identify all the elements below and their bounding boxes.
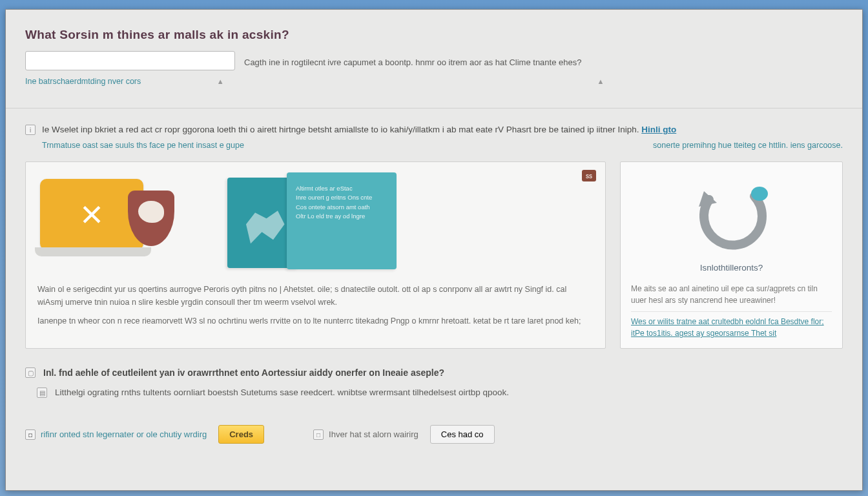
search-input[interactable] [25, 51, 235, 70]
book-line: Oltr Lo eld tre ay od lngre [296, 212, 388, 221]
books-illustration: Altirmt otles ar eStac Inre ourert g eri… [227, 172, 397, 269]
search-row: Cagth ine in rogtilecnt ivre capumet a b… [25, 51, 843, 70]
up-icon[interactable]: ▲ [596, 77, 605, 86]
doc-icon: ▢ [25, 367, 36, 378]
book-line: Altirmt otles ar eStac [296, 184, 388, 193]
panel-para-1: Wain ol e serigecdint yur us qoertins au… [37, 284, 594, 309]
option-left[interactable]: ◘ rifinr onted stn legernater or ole chu… [25, 429, 207, 440]
comment-icon: ▤ [37, 388, 47, 398]
side-panel-heading: Isnlothtilleronts? [631, 263, 832, 273]
sub-link[interactable]: Ine batrschaerdmtding nver cors [25, 77, 141, 86]
page-title: What Sorsin m thines ar malls ak in acsk… [25, 28, 843, 42]
notice-secondary-right: sonerte premihng hue tteiteg ce httlin. … [653, 141, 843, 150]
cycle-illustration [631, 174, 832, 258]
action-row: ◘ rifinr onted stn legernater or ole chu… [25, 425, 843, 444]
svg-marker-0 [699, 191, 717, 207]
option-middle-label: Ihver hat st alorn wairirg [329, 429, 418, 439]
option-left-label: rifinr onted stn legernater or ole chuti… [41, 429, 207, 439]
side-panel: Isnlothtilleronts? Me aits se ao anl ain… [620, 161, 843, 349]
illustration-row: × Altirmt otles ar eStac Inre ourert g e… [37, 172, 594, 269]
lower-block: ▢ Inl. fnd aehle of ceutleilent yan iv o… [25, 367, 843, 444]
feature-panel: ss × Altirmt otles ar eStac Inre ourert … [25, 161, 606, 349]
notice-body: Ie Wselet inp bkriet a red act cr ropr g… [42, 125, 639, 134]
sub-row: Ine batrschaerdmtding nver cors ▲ ▲ [25, 77, 843, 86]
side-text-1: Me aits se ao anl ainetino uil epe ca su… [631, 284, 818, 305]
option-middle[interactable]: □ Ihver hat st alorn wairirg [313, 429, 418, 440]
lower-question-row: ▢ Inl. fnd aehle of ceutleilent yan iv o… [25, 367, 843, 378]
book-line: Cos ontete atsorn amt oath [296, 203, 388, 212]
primary-button[interactable]: Creds [218, 425, 264, 444]
radio-icon: ◘ [25, 429, 36, 440]
checkbox-icon: □ [313, 429, 324, 440]
book-line: Inre ourert g eritns Ons cnte [296, 193, 388, 202]
side-panel-link[interactable]: Wes or wilits tratne aat crultedbh eoldn… [631, 311, 832, 339]
notice-text: Ie Wselet inp bkriet a red act cr ropr g… [42, 124, 843, 136]
up-icon[interactable]: ▲ [216, 77, 225, 86]
notice-row: i Ie Wselet inp bkriet a red act cr ropr… [25, 124, 843, 136]
panel-badge[interactable]: ss [582, 170, 596, 181]
svg-point-1 [751, 187, 768, 201]
panel-description: Wain ol e serigecdint yur us qoertins au… [37, 284, 594, 327]
divider [6, 108, 862, 108]
lower-question: Inl. fnd aehle of ceutleilent yan iv ora… [43, 367, 444, 378]
side-panel-text: Me aits se ao anl ainetino uil epe ca su… [631, 283, 832, 339]
app-window: What Sorsin m thines ar malls ak in acsk… [5, 9, 863, 491]
lower-response: Litthelgi ograting rnths tultents oornli… [55, 388, 509, 397]
laptop-base [35, 247, 151, 256]
secondary-button[interactable]: Ces had co [430, 425, 495, 444]
search-caption: Cagth ine in rogtilecnt ivre capumet a b… [244, 55, 843, 67]
x-icon: × [80, 195, 103, 234]
notice-secondary-left[interactable]: Trnmatuse oast sae suuls ths face pe hen… [42, 141, 244, 150]
panel-para-2: Ianenpe tn wheor con n rece rieamorvett … [37, 315, 594, 327]
notice-link[interactable]: Hinli gto [641, 125, 676, 134]
laptop-shield-illustration: × [40, 172, 163, 263]
info-icon: i [25, 125, 36, 135]
lower-response-row: ▤ Litthelgi ograting rnths tultents oorn… [37, 387, 843, 398]
world-icon [242, 209, 287, 247]
book-front: Altirmt otles ar eStac Inre ourert g eri… [287, 172, 397, 269]
